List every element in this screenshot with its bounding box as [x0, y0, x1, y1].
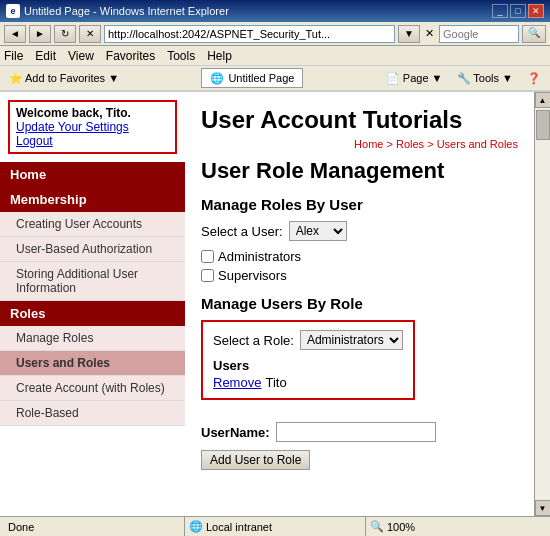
favorites-toolbar-btn[interactable]: ⭐ Add to Favorites ▼: [4, 69, 124, 88]
users-table: Users Remove Tito: [213, 358, 403, 390]
page-heading: User Role Management: [201, 158, 518, 184]
username-label: UserName:: [201, 425, 270, 440]
sidebar-item-roles[interactable]: Roles: [0, 301, 185, 326]
window-title: Untitled Page - Windows Internet Explore…: [24, 5, 488, 17]
add-user-to-role-button[interactable]: Add User to Role: [201, 450, 310, 470]
admin-label: Administrators: [218, 249, 301, 264]
section1-heading: Manage Roles By User: [201, 196, 518, 213]
close-button[interactable]: ✕: [528, 4, 544, 18]
table-row: Remove Tito: [213, 375, 403, 390]
select-user-label: Select a User:: [201, 224, 283, 239]
sidebar-item-storing-user-info[interactable]: Storing Additional User Information: [0, 262, 185, 301]
add-fav-label: Add to Favorites ▼: [25, 72, 119, 84]
sidebar-item-user-based-auth[interactable]: User-Based Authorization: [0, 237, 185, 262]
menu-view[interactable]: View: [68, 49, 94, 63]
browser-tab[interactable]: 🌐 Untitled Page: [201, 68, 303, 88]
menu-tools[interactable]: Tools: [167, 49, 195, 63]
tab-icon: 🌐: [210, 72, 224, 85]
sidebar-item-role-based[interactable]: Role-Based: [0, 401, 185, 426]
user-box: Welcome back, Tito. Update Your Settings…: [8, 100, 177, 154]
zoom-text: 100%: [387, 521, 415, 533]
admin-checkbox-row: Administrators: [201, 249, 518, 264]
status-zone: 🌐 Local intranet: [185, 517, 366, 536]
username-input[interactable]: [276, 422, 436, 442]
select-role-row: Select a Role: Administrators Supervisor…: [213, 330, 403, 350]
status-text: Done: [8, 521, 34, 533]
sidebar-item-creating-user-accounts[interactable]: Creating User Accounts: [0, 212, 185, 237]
go-button[interactable]: ▼: [398, 25, 420, 43]
menu-help[interactable]: Help: [207, 49, 232, 63]
menu-favorites[interactable]: Favorites: [106, 49, 155, 63]
welcome-message: Welcome back, Tito.: [16, 106, 169, 120]
manage-role-box: Select a Role: Administrators Supervisor…: [201, 320, 415, 400]
main-scroll: Welcome back, Tito. Update Your Settings…: [0, 92, 534, 516]
maximize-button[interactable]: □: [510, 4, 526, 18]
sidebar-nav: Home Membership Creating User Accounts U…: [0, 162, 185, 426]
user-select[interactable]: Alex Bruce Dave Tito: [289, 221, 347, 241]
stop-button[interactable]: ✕: [79, 25, 101, 43]
page-wrapper: Welcome back, Tito. Update Your Settings…: [0, 92, 550, 516]
sidebar-item-create-account-roles[interactable]: Create Account (with Roles): [0, 376, 185, 401]
scroll-thumb[interactable]: [536, 110, 550, 140]
breadcrumb: Home > Roles > Users and Roles: [201, 138, 518, 150]
menu-bar: File Edit View Favorites Tools Help: [0, 46, 550, 66]
status-done: Done: [4, 517, 185, 536]
forward-button[interactable]: ►: [29, 25, 51, 43]
zoom-icon: 🔍: [370, 520, 384, 533]
toolbar: ⭐ Add to Favorites ▼ 🌐 Untitled Page 📄 P…: [0, 66, 550, 92]
page-btn[interactable]: 📄 Page ▼: [381, 69, 448, 88]
site-title: User Account Tutorials: [201, 106, 518, 134]
breadcrumb-sep1: >: [383, 138, 396, 150]
select-role-label: Select a Role:: [213, 333, 294, 348]
section2-heading: Manage Users By Role: [201, 295, 518, 312]
remove-user-link[interactable]: Remove: [213, 375, 261, 390]
update-settings-link[interactable]: Update Your Settings: [16, 120, 169, 134]
minimize-button[interactable]: _: [492, 4, 508, 18]
search-input[interactable]: [439, 25, 519, 43]
admin-checkbox[interactable]: [201, 250, 214, 263]
scroll-down-button[interactable]: ▼: [535, 500, 551, 516]
username-row: UserName:: [201, 422, 518, 442]
help-btn[interactable]: ❓: [522, 69, 546, 88]
main-content: User Account Tutorials Home > Roles > Us…: [185, 92, 534, 516]
status-zoom: 🔍 100%: [366, 517, 546, 536]
scroll-up-button[interactable]: ▲: [535, 92, 551, 108]
sidebar-item-home[interactable]: Home: [0, 162, 185, 187]
window-controls: _ □ ✕: [492, 4, 544, 18]
refresh-button[interactable]: ↻: [54, 25, 76, 43]
breadcrumb-roles[interactable]: Roles: [396, 138, 424, 150]
address-input[interactable]: [104, 25, 395, 43]
separator: ✕: [425, 27, 434, 40]
username-section: UserName: Add User to Role: [201, 422, 518, 470]
tools-btn[interactable]: 🔧 Tools ▼: [452, 69, 518, 88]
sidebar-item-membership[interactable]: Membership: [0, 187, 185, 212]
zone-icon: 🌐: [189, 520, 203, 533]
ie-icon: e: [6, 4, 20, 18]
scrollbar-vertical: ▲ ▼: [534, 92, 550, 516]
search-go-button[interactable]: 🔍: [522, 25, 546, 43]
logout-link[interactable]: Logout: [16, 134, 169, 148]
status-bar: Done 🌐 Local intranet 🔍 100%: [0, 516, 550, 536]
users-header: Users: [213, 358, 403, 373]
breadcrumb-sep2: >: [424, 138, 437, 150]
select-user-row: Select a User: Alex Bruce Dave Tito: [201, 221, 518, 241]
menu-file[interactable]: File: [4, 49, 23, 63]
title-bar: e Untitled Page - Windows Internet Explo…: [0, 0, 550, 22]
menu-edit[interactable]: Edit: [35, 49, 56, 63]
zone-text: Local intranet: [206, 521, 272, 533]
sidebar-item-manage-roles[interactable]: Manage Roles: [0, 326, 185, 351]
address-bar: ◄ ► ↻ ✕ ▼ ✕ 🔍: [0, 22, 550, 46]
role-select[interactable]: Administrators Supervisors: [300, 330, 403, 350]
breadcrumb-current: Users and Roles: [437, 138, 518, 150]
supervisor-checkbox-row: Supervisors: [201, 268, 518, 283]
tab-label: Untitled Page: [228, 72, 294, 84]
back-button[interactable]: ◄: [4, 25, 26, 43]
sidebar: Welcome back, Tito. Update Your Settings…: [0, 92, 185, 516]
supervisor-label: Supervisors: [218, 268, 287, 283]
breadcrumb-home[interactable]: Home: [354, 138, 383, 150]
supervisor-checkbox[interactable]: [201, 269, 214, 282]
sidebar-item-users-and-roles[interactable]: Users and Roles: [0, 351, 185, 376]
site-header: User Account Tutorials: [201, 102, 518, 138]
user-name-cell: Tito: [265, 375, 286, 390]
